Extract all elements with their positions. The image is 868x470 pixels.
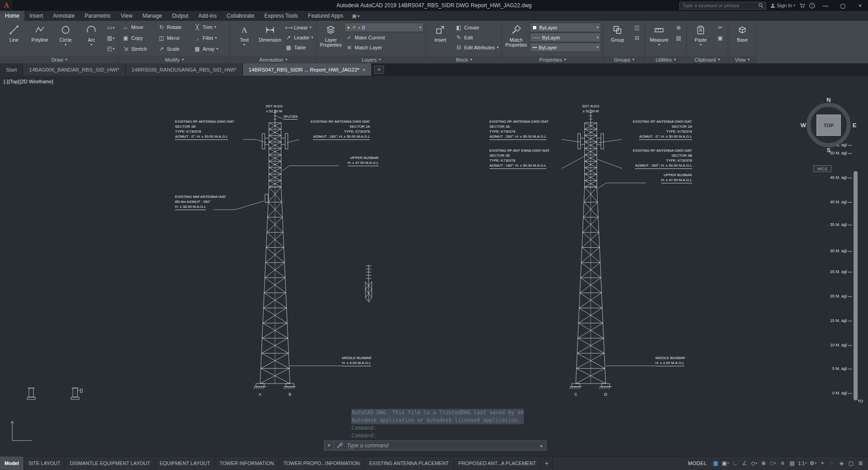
trim-button[interactable]: ╳Trim▾: [192, 22, 228, 32]
mirror-button[interactable]: ◫Mirror: [157, 33, 192, 43]
measure-button[interactable]: Measure▾: [647, 22, 671, 55]
search-icon[interactable]: [758, 3, 764, 8]
panel-label-modify[interactable]: Modify▾: [119, 56, 230, 63]
copy-button[interactable]: ▣: [714, 33, 726, 43]
model-space-toggle[interactable]: MODEL: [684, 456, 711, 470]
minimize-button[interactable]: —: [819, 0, 832, 11]
layout-tab-tower-propo-information[interactable]: TOWER PROPO...INFORMATION: [279, 456, 365, 470]
linetype-select[interactable]: ───ByLayer▾: [530, 33, 601, 42]
line-button[interactable]: Line: [2, 22, 26, 55]
match-properties-button[interactable]: MatchProperties: [504, 22, 528, 55]
insert-button[interactable]: Insert: [428, 22, 452, 55]
layer-properties-button[interactable]: LayerProperties: [318, 22, 343, 55]
panel-label-properties[interactable]: Properties▾: [502, 56, 603, 63]
group-button[interactable]: Group: [605, 22, 630, 55]
hatch-tool[interactable]: ▨▾: [105, 33, 117, 43]
workspace-switching-toggle[interactable]: ⚙▾: [808, 456, 818, 470]
layout-tab-proposed-ant-a-placement[interactable]: PROPOSED ANT...A PLACEMENT: [454, 456, 541, 470]
clean-screen-toggle[interactable]: ▢: [846, 456, 856, 470]
leader-button[interactable]: ↗Leader▾: [284, 33, 314, 42]
command-close-icon[interactable]: ×: [324, 441, 334, 450]
create-button[interactable]: ◧Create: [454, 23, 500, 32]
command-line[interactable]: × Type a command ▲: [324, 441, 546, 451]
ribbon-tab-view[interactable]: View: [116, 11, 138, 21]
arc-button[interactable]: Arc▾: [79, 22, 104, 55]
rotate-button[interactable]: ↻Rotate: [157, 22, 192, 32]
polar-tracking-toggle[interactable]: ∠: [740, 456, 749, 470]
ribbon-tab-add-ins[interactable]: Add-ins: [193, 11, 222, 21]
lineweight-toggle[interactable]: ≡: [778, 456, 787, 470]
ribbon-tab-home[interactable]: Home: [0, 11, 24, 21]
base-button[interactable]: Base: [730, 22, 754, 55]
edit-attributes-button[interactable]: ⊟Edit Attributes▾: [454, 43, 500, 52]
panel-label-clipboard[interactable]: Clipboard▾: [687, 56, 728, 63]
object-color-select[interactable]: ByLayer▾: [530, 23, 601, 32]
sign-in-button[interactable]: Sign In ▾: [770, 3, 795, 8]
layout-tab-dismantle-equipment-layout[interactable]: DISMANTLE EQUIPMENT LAYOUT: [65, 456, 155, 470]
panel-label-view[interactable]: View▾: [728, 56, 756, 63]
polyline-button[interactable]: Polyline: [28, 22, 52, 55]
stretch-button[interactable]: ⇲Stretch: [121, 44, 157, 53]
group-edit-button[interactable]: ⊟: [631, 33, 643, 43]
viewport-visual-style-control[interactable]: [2D Wireframe]: [20, 79, 53, 84]
lineweight-select[interactable]: ━━ByLayer▾: [530, 43, 601, 52]
viewcube-south[interactable]: S: [824, 147, 833, 153]
drawing-canvas[interactable]: ABCD [-] [Top] [2D Wireframe] SST 4LEG± …: [0, 76, 868, 456]
region-tool[interactable]: ◰▾: [105, 43, 117, 53]
text-button[interactable]: AText▾: [232, 22, 256, 55]
viewcube-west[interactable]: W: [799, 122, 808, 129]
new-layout-button[interactable]: +: [541, 456, 553, 470]
paste-button[interactable]: Paste▾: [688, 22, 713, 55]
file-tab-3[interactable]: 14BRS047_RBS_SIDR ... Report_HWI_JAG22*×: [243, 63, 372, 76]
make-current-button[interactable]: ✓Make Current: [344, 33, 424, 42]
panel-label-utilities[interactable]: Utilities▾: [645, 56, 686, 63]
rectangle-tool[interactable]: ▭▾: [105, 23, 117, 33]
ribbon-options-button[interactable]: ▣▾: [348, 11, 363, 21]
panel-label-draw[interactable]: Draw▾: [0, 56, 119, 63]
layout-tab-site-layout[interactable]: SITE LAYOUT: [24, 456, 66, 470]
linear-button[interactable]: ⟷Linear▾: [284, 23, 314, 32]
ribbon-tab-insert[interactable]: Insert: [24, 11, 48, 21]
isodraft-toggle[interactable]: ◇▾: [749, 456, 759, 470]
isolate-objects-toggle[interactable]: ◌: [827, 456, 837, 470]
edit-button[interactable]: ✎Edit: [454, 33, 500, 42]
ribbon-tab-collaborate[interactable]: Collaborate: [222, 11, 259, 21]
customize-toggle[interactable]: ≣: [856, 456, 865, 470]
ribbon-tab-output[interactable]: Output: [167, 11, 193, 21]
app-store-button[interactable]: [799, 3, 805, 8]
file-tab-2[interactable]: 14BRS039_RANDUSANGA_RBS_SID_HWI*: [126, 63, 243, 76]
copy-button[interactable]: ▣Copy: [121, 33, 157, 43]
match-layer-button[interactable]: ≋Match Layer: [344, 43, 424, 52]
graphics-performance-toggle[interactable]: ◈: [837, 456, 846, 470]
search-input[interactable]: [682, 3, 756, 8]
help-button[interactable]: ?: [809, 3, 815, 9]
panel-label-annotation[interactable]: Annotation▾: [230, 56, 316, 63]
ortho-mode-toggle[interactable]: ∟: [730, 456, 740, 470]
object-snap-toggle[interactable]: □▾: [768, 456, 778, 470]
file-tab-start[interactable]: Start: [0, 63, 23, 76]
layout-tab-existing-antenna-placement[interactable]: EXISTING ANTENNA PLACEMENT: [365, 456, 454, 470]
ungroup-button[interactable]: ◫: [631, 23, 643, 33]
panel-label-block[interactable]: Block▾: [426, 56, 502, 63]
array-button[interactable]: ▦Array▾: [192, 44, 228, 53]
fillet-button[interactable]: ◞Fillet▾: [192, 33, 228, 43]
ribbon-tab-annotate[interactable]: Annotate: [48, 11, 80, 21]
viewcube[interactable]: N W E S TOP: [799, 96, 859, 155]
panel-label-layers[interactable]: Layers▾: [317, 56, 426, 63]
viewcube-east[interactable]: E: [850, 122, 859, 129]
ribbon-tab-parametric[interactable]: Parametric: [80, 11, 116, 21]
command-expand-icon[interactable]: ▲: [537, 443, 546, 448]
wcs-control[interactable]: WCS: [813, 165, 831, 172]
file-tab-1[interactable]: 14BAG006_BANDAR_RBS_SID_HWI*: [23, 63, 125, 76]
circle-button[interactable]: Circle▾: [53, 22, 78, 55]
wrench-icon[interactable]: [334, 442, 345, 449]
layout-tab-equipment-layout[interactable]: EQUIPMENT LAYOUT: [155, 456, 215, 470]
snap-mode-toggle[interactable]: ▣▾: [721, 456, 730, 470]
close-button[interactable]: ×: [854, 0, 867, 11]
ribbon-tab-express-tools[interactable]: Express Tools: [259, 11, 303, 21]
viewport-minimize-control[interactable]: [-]: [4, 79, 8, 84]
layer-select[interactable]: ●☀▪0▾: [344, 23, 424, 32]
viewcube-top-face[interactable]: TOP: [816, 115, 841, 136]
viewport-view-control[interactable]: [Top]: [9, 79, 19, 84]
annotation-monitor-toggle[interactable]: +: [818, 456, 827, 470]
